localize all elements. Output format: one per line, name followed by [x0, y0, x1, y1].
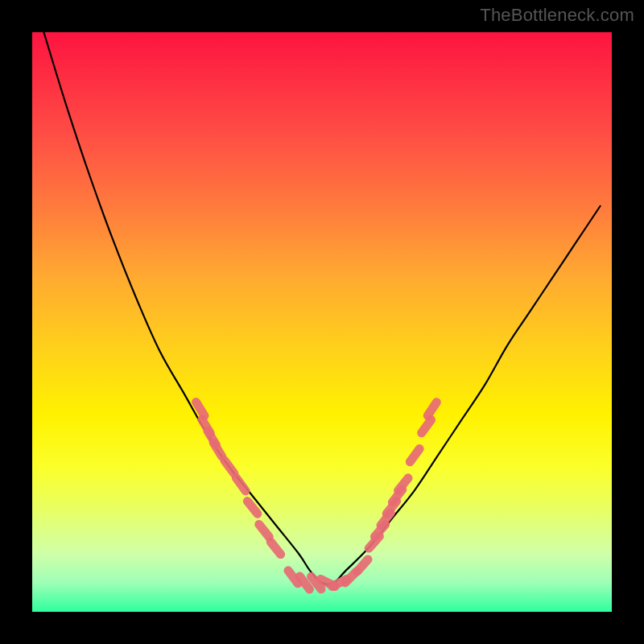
data-marker — [225, 460, 234, 473]
chart-frame: TheBottleneck.com — [0, 0, 644, 644]
data-marker — [213, 443, 221, 456]
data-marker — [270, 542, 280, 555]
data-marker — [357, 559, 368, 572]
data-marker — [196, 402, 204, 416]
data-marker — [236, 478, 246, 491]
data-marker — [422, 420, 431, 433]
data-marker — [259, 524, 269, 537]
bottleneck-curve — [43, 32, 600, 584]
data-marker — [247, 502, 257, 514]
watermark-text: TheBottleneck.com — [480, 5, 634, 26]
data-marker — [427, 402, 436, 416]
plot-area — [32, 32, 612, 612]
curve-layer — [32, 32, 612, 612]
marker-layer — [196, 402, 437, 590]
data-marker — [410, 449, 419, 462]
